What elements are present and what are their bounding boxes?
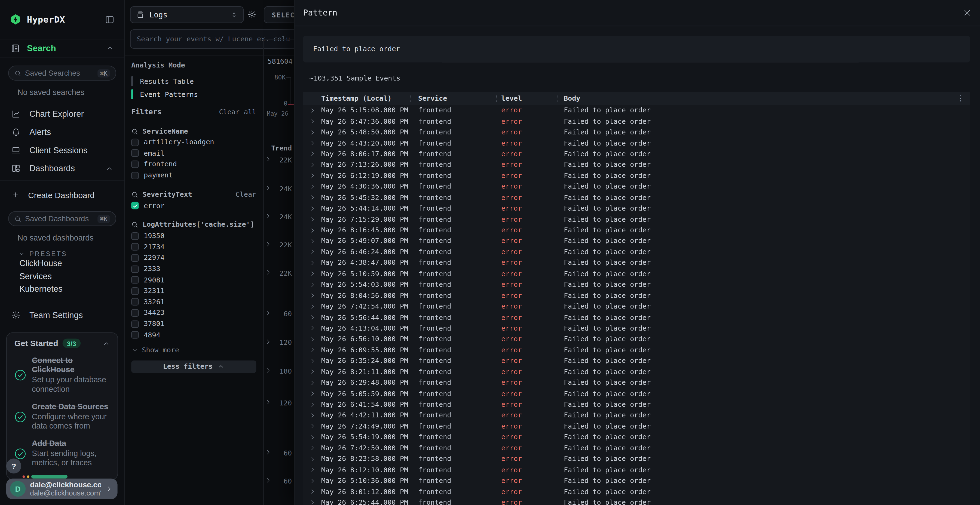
pattern-row-stub[interactable]: 60	[263, 309, 294, 319]
checkbox[interactable]	[131, 232, 139, 240]
table-options-kebab-icon[interactable]: ⋮	[957, 94, 964, 102]
event-row[interactable]: May 26 8:23:58.000 PMfrontenderrorFailed…	[303, 454, 970, 464]
chevron-right-icon[interactable]	[265, 185, 271, 191]
filter-option-37801[interactable]: 37801	[131, 318, 256, 329]
chevron-right-icon[interactable]	[309, 358, 321, 364]
source-settings-gear-icon[interactable]	[247, 10, 256, 19]
chevron-right-icon[interactable]	[265, 310, 271, 316]
chevron-right-icon[interactable]	[309, 118, 321, 124]
checkbox[interactable]	[131, 160, 139, 168]
column-header-service[interactable]: Service	[418, 94, 501, 103]
event-row[interactable]: May 26 4:13:04.000 PMfrontenderrorFailed…	[303, 323, 970, 333]
filter-group-header[interactable]: ServiceName	[131, 125, 256, 137]
filter-group-header[interactable]: SeverityTextClear	[131, 189, 256, 200]
event-row[interactable]: May 26 7:42:54.000 PMfrontenderrorFailed…	[303, 301, 970, 312]
event-row[interactable]: May 26 7:13:26.000 PMfrontenderrorFailed…	[303, 159, 970, 170]
chevron-right-icon[interactable]	[309, 336, 321, 342]
get-started-step[interactable]: Add DataStart sending logs, metrics, or …	[14, 439, 110, 468]
event-row[interactable]: May 26 6:25:44.000 PMfrontenderrorFailed…	[303, 497, 970, 505]
event-row[interactable]: May 26 4:30:36.000 PMfrontenderrorFailed…	[303, 181, 970, 192]
event-row[interactable]: May 26 6:46:24.000 PMfrontenderrorFailed…	[303, 246, 970, 257]
event-row[interactable]: May 26 7:15:29.000 PMfrontenderrorFailed…	[303, 214, 970, 225]
get-started-step[interactable]: Create Data SourcesConfigure where your …	[14, 402, 110, 431]
event-row[interactable]: May 26 4:42:11.000 PMfrontenderrorFailed…	[303, 410, 970, 421]
checkbox[interactable]	[131, 243, 139, 251]
analysis-mode-option-results-table[interactable]: Results Table	[131, 75, 194, 87]
filter-option-4894[interactable]: 4894	[131, 329, 256, 340]
presets-toggle[interactable]: PRESETS	[0, 250, 124, 257]
event-row[interactable]: May 26 8:21:11.000 PMfrontenderrorFailed…	[303, 367, 970, 377]
event-row[interactable]: May 26 7:24:49.000 PMfrontenderrorFailed…	[303, 421, 970, 432]
filter-group-header[interactable]: LogAttributes['cache.size']	[131, 219, 256, 230]
sidebar-item-alerts[interactable]: Alerts	[0, 123, 124, 141]
chevron-right-icon[interactable]	[309, 478, 321, 484]
sidebar-item-chart-explorer[interactable]: Chart Explorer	[0, 105, 124, 123]
checkbox[interactable]	[131, 172, 139, 179]
event-row[interactable]: May 26 6:12:19.000 PMfrontenderrorFailed…	[303, 170, 970, 181]
chevron-right-icon[interactable]	[309, 129, 321, 135]
chevron-right-icon[interactable]	[265, 338, 271, 345]
checkbox-checked[interactable]	[131, 202, 139, 210]
chevron-right-icon[interactable]	[309, 369, 321, 375]
sidebar-item-search[interactable]: Search	[0, 39, 124, 57]
preset-dashboard-kubernetes[interactable]: Kubernetes	[0, 283, 124, 296]
chevron-right-icon[interactable]	[309, 238, 321, 245]
sidebar-item-team-settings[interactable]: Team Settings	[0, 310, 124, 319]
less-filters-button[interactable]: Less filters	[131, 360, 256, 373]
filter-option-22974[interactable]: 22974	[131, 252, 256, 264]
event-row[interactable]: May 26 5:45:32.000 PMfrontenderrorFailed…	[303, 192, 970, 203]
pattern-row-stub[interactable]: 22K	[263, 268, 294, 279]
chevron-right-icon[interactable]	[265, 269, 271, 276]
chevron-right-icon[interactable]	[309, 325, 321, 332]
chevron-right-icon[interactable]	[265, 367, 271, 373]
filter-option-34423[interactable]: 34423	[131, 308, 256, 318]
chevron-right-icon[interactable]	[309, 151, 321, 157]
chevron-right-icon[interactable]	[309, 380, 321, 386]
chevron-right-icon[interactable]	[309, 183, 321, 190]
chevron-up-icon[interactable]	[106, 165, 113, 172]
sidebar-collapse-icon[interactable]	[105, 15, 115, 24]
event-row[interactable]: May 26 5:49:07.000 PMfrontenderrorFailed…	[303, 236, 970, 246]
event-row[interactable]: May 26 6:35:24.000 PMfrontenderrorFailed…	[303, 356, 970, 367]
pattern-row-stub[interactable]: 120	[263, 338, 294, 348]
checkbox[interactable]	[131, 298, 139, 306]
pattern-row-stub[interactable]: 60	[263, 448, 294, 459]
event-row[interactable]: May 26 6:47:36.000 PMfrontenderrorFailed…	[303, 116, 970, 127]
chevron-right-icon[interactable]	[309, 456, 321, 462]
saved-searches-input[interactable]: Saved Searches ⌘K	[8, 65, 116, 81]
filter-option-payment[interactable]: payment	[131, 170, 256, 181]
filter-option-artillery-loadgen[interactable]: artillery-loadgen	[131, 137, 256, 148]
event-row[interactable]: May 26 7:42:50.000 PMfrontenderrorFailed…	[303, 443, 970, 454]
filter-option-21734[interactable]: 21734	[131, 241, 256, 252]
close-icon[interactable]	[963, 9, 971, 17]
chevron-right-icon[interactable]	[265, 477, 271, 483]
event-row[interactable]: May 26 6:29:48.000 PMfrontenderrorFailed…	[303, 377, 970, 388]
event-row[interactable]: May 26 5:54:03.000 PMfrontenderrorFailed…	[303, 279, 970, 290]
event-row[interactable]: May 26 5:10:36.000 PMfrontenderrorFailed…	[303, 475, 970, 486]
filter-option-2333[interactable]: 2333	[131, 264, 256, 274]
chevron-right-icon[interactable]	[265, 213, 271, 219]
show-more-link[interactable]: Show more	[131, 346, 256, 354]
chevron-right-icon[interactable]	[309, 391, 321, 397]
preset-dashboard-services[interactable]: Services	[0, 270, 124, 283]
chevron-up-icon[interactable]	[106, 44, 114, 52]
event-row[interactable]: May 26 5:10:59.000 PMfrontenderrorFailed…	[303, 268, 970, 279]
event-row[interactable]: May 26 5:48:50.000 PMfrontenderrorFailed…	[303, 127, 970, 138]
filter-option-email[interactable]: email	[131, 148, 256, 159]
chevron-right-icon[interactable]	[309, 488, 321, 495]
event-row[interactable]: May 26 4:43:20.000 PMfrontenderrorFailed…	[303, 138, 970, 149]
column-resize-handle[interactable]	[557, 95, 558, 102]
chevron-right-icon[interactable]	[265, 399, 271, 405]
event-row[interactable]: May 26 6:41:54.000 PMfrontenderrorFailed…	[303, 399, 970, 410]
pattern-row-stub[interactable]: 24K	[263, 213, 294, 222]
column-resize-handle[interactable]	[410, 95, 410, 102]
event-row[interactable]: May 26 5:56:44.000 PMfrontenderrorFailed…	[303, 312, 970, 323]
filter-option-32311[interactable]: 32311	[131, 286, 256, 296]
pattern-row-stub[interactable]: 24K	[263, 184, 294, 194]
chevron-right-icon[interactable]	[309, 162, 321, 168]
chevron-right-icon[interactable]	[309, 195, 321, 201]
chevron-right-icon[interactable]	[309, 434, 321, 440]
event-row[interactable]: May 26 8:16:45.000 PMfrontenderrorFailed…	[303, 225, 970, 236]
chevron-right-icon[interactable]	[309, 271, 321, 277]
checkbox[interactable]	[131, 138, 139, 146]
